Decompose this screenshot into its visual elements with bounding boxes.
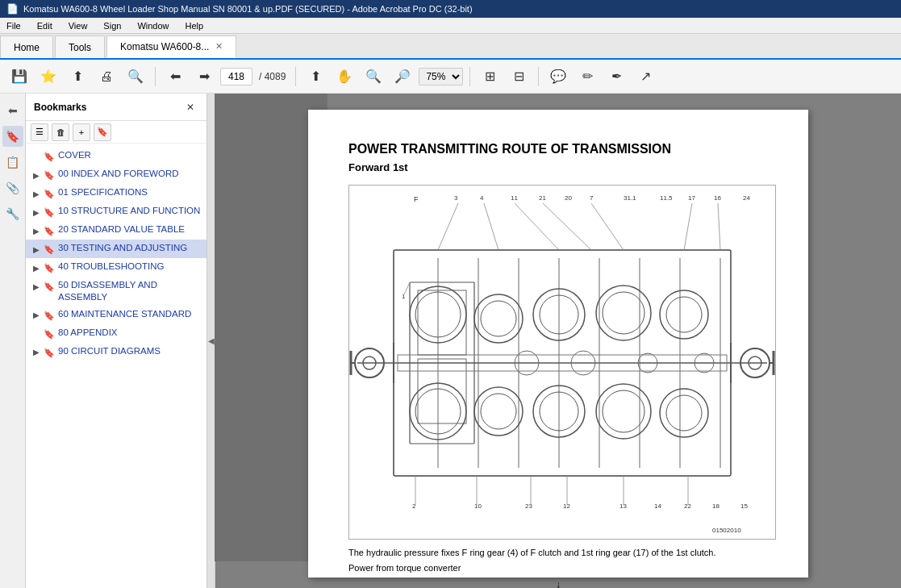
menu-help[interactable]: Help — [182, 19, 207, 32]
pdf-caption2: Power from torque converter — [348, 563, 768, 573]
tab-tools[interactable]: Tools — [55, 35, 105, 58]
bookmark-30[interactable]: ▶ 🔖 30 TESTING AND ADJUSTING — [26, 240, 206, 258]
bookmark-00[interactable]: ▶ 🔖 00 INDEX AND FOREWORD — [26, 165, 206, 184]
bookmark-50[interactable]: ▶ 🔖 50 DISASSEMBLY AND ASSEMBLY — [26, 277, 206, 306]
bookmark-60[interactable]: ▶ 🔖 60 MAINTENANCE STANDARD — [26, 306, 206, 324]
bookmark-icon-50: 🔖 — [44, 280, 55, 293]
bookmarks-panel: Bookmarks ✕ ☰ 🗑 + 🔖 🔖 COVER ▶ 🔖 00 INDEX… — [26, 94, 207, 588]
expand-90[interactable]: ▶ — [31, 346, 42, 359]
bookmarks-close-button[interactable]: ✕ — [182, 99, 198, 115]
bookmarks-list[interactable]: 🔖 COVER ▶ 🔖 00 INDEX AND FOREWORD ▶ 🔖 01… — [26, 144, 206, 588]
bookmark-80[interactable]: 🔖 80 APPENDIX — [26, 324, 206, 343]
svg-text:16: 16 — [714, 194, 721, 202]
expand-60[interactable]: ▶ — [31, 309, 42, 322]
tab-close-button[interactable]: ✕ — [215, 41, 223, 52]
tab-home[interactable]: Home — [0, 35, 53, 58]
bookmark-label-30: 30 TESTING AND ADJUSTING — [58, 242, 202, 254]
bookmark-label-90: 90 CIRCUIT DIAGRAMS — [58, 345, 202, 357]
pdf-area[interactable]: POWER TRANSMITTING ROUTE OF TRANSMISSION… — [215, 94, 901, 588]
bookmark-20[interactable]: ▶ 🔖 20 STANDARD VALUE TABLE — [26, 221, 206, 240]
search-button[interactable]: 🔍 — [123, 65, 148, 89]
main-area: ⬅ 🔖 📋 📎 🔧 Bookmarks ✕ ☰ 🗑 + 🔖 🔖 COVER — [0, 94, 901, 588]
bookmark-01[interactable]: ▶ 🔖 01 SPECIFICATIONS — [26, 184, 206, 202]
fit-page-button[interactable]: ⊞ — [477, 65, 503, 89]
bookmark-button[interactable]: ⭐ — [35, 65, 61, 89]
sidebar-icon-pages[interactable]: 📋 — [2, 152, 23, 173]
page-number-input[interactable] — [220, 68, 252, 85]
zoom-in-button[interactable]: 🔎 — [390, 65, 415, 89]
expand-40[interactable]: ▶ — [31, 261, 42, 274]
svg-text:4: 4 — [480, 194, 484, 202]
svg-text:18: 18 — [712, 503, 720, 510]
sidebar-icon-bookmarks[interactable]: 🔖 — [2, 126, 23, 147]
sidebar-icon-tools2[interactable]: 🔧 — [2, 203, 23, 224]
bookmarks-view-btn[interactable]: ☰ — [31, 123, 48, 141]
expand-30[interactable]: ▶ — [31, 243, 42, 256]
tab-bar: Home Tools Komatsu WA600-8... ✕ — [0, 34, 901, 60]
svg-text:01502010: 01502010 — [712, 527, 741, 534]
bookmark-90[interactable]: ▶ 🔖 90 CIRCUIT DIAGRAMS — [26, 343, 206, 361]
expand-20[interactable]: ▶ — [31, 224, 42, 237]
bookmarks-search-btn[interactable]: 🔖 — [94, 123, 111, 141]
highlight-button[interactable]: ✏ — [574, 65, 600, 89]
bookmark-40[interactable]: ▶ 🔖 40 TROUBLESHOOTING — [26, 258, 206, 277]
expand-50[interactable]: ▶ — [31, 280, 42, 293]
svg-text:11.5: 11.5 — [660, 194, 673, 202]
bookmark-icon-00: 🔖 — [44, 169, 55, 181]
menu-file[interactable]: File — [3, 19, 24, 32]
print-button[interactable]: 🖨 — [94, 65, 119, 89]
hand-tool-button[interactable]: ✋ — [332, 65, 357, 89]
svg-text:17: 17 — [688, 194, 695, 202]
expand-00[interactable]: ▶ — [31, 169, 42, 181]
bookmark-icon-60: 🔖 — [44, 309, 55, 322]
page-total: / 4089 — [259, 71, 286, 82]
menu-view[interactable]: View — [65, 19, 91, 32]
zoom-select[interactable]: 75% — [419, 68, 463, 85]
svg-rect-0 — [349, 186, 775, 539]
svg-text:24: 24 — [743, 194, 750, 202]
bookmarks-add-btn[interactable]: + — [73, 123, 90, 141]
menu-sign[interactable]: Sign — [100, 19, 124, 32]
bookmark-label-00: 00 INDEX AND FOREWORD — [58, 168, 202, 180]
pdf-diagram-box: F 3 4 11 21 20 7 31.1 11.5 17 16 24 — [348, 185, 776, 540]
sidebar-icon-attachments[interactable]: 📎 — [2, 177, 23, 198]
bookmark-label-20: 20 STANDARD VALUE TABLE — [58, 223, 202, 236]
fit-width-button[interactable]: ⊟ — [506, 65, 532, 89]
upload-button[interactable]: ⬆ — [65, 65, 90, 89]
prev-page-button[interactable]: ⬅ — [162, 65, 188, 89]
expand-80 — [31, 327, 42, 340]
pdf-page: POWER TRANSMITTING ROUTE OF TRANSMISSION… — [308, 110, 808, 578]
expand-01[interactable]: ▶ — [31, 187, 42, 200]
title-bar-text: Komatsu WA600-8 Wheel Loader Shop Manual… — [23, 4, 473, 14]
bookmark-label-40: 40 TROUBLESHOOTING — [58, 261, 202, 273]
save-button[interactable]: 💾 — [6, 65, 32, 89]
zoom-out-button[interactable]: 🔍 — [361, 65, 386, 89]
expand-10[interactable]: ▶ — [31, 206, 42, 219]
comment-button[interactable]: 💬 — [545, 65, 571, 89]
bookmark-icon-80: 🔖 — [44, 327, 55, 340]
svg-text:7: 7 — [590, 194, 594, 202]
share-button[interactable]: ↗ — [632, 65, 658, 89]
bookmark-cover[interactable]: 🔖 COVER — [26, 147, 206, 165]
svg-text:31.1: 31.1 — [624, 194, 636, 202]
bookmark-label-60: 60 MAINTENANCE STANDARD — [58, 308, 202, 320]
bookmarks-delete-btn[interactable]: 🗑 — [52, 123, 69, 141]
bookmark-label-cover: COVER — [58, 149, 202, 161]
bookmark-icon-40: 🔖 — [44, 261, 55, 274]
svg-text:11: 11 — [511, 194, 518, 202]
draw-button[interactable]: ✒ — [603, 65, 629, 89]
bookmark-icon-cover: 🔖 — [44, 150, 55, 163]
tab-document[interactable]: Komatsu WA600-8... ✕ — [106, 35, 236, 58]
svg-text:1: 1 — [402, 293, 406, 300]
cursor-tool-button[interactable]: ⬆ — [302, 65, 328, 89]
bookmarks-header: Bookmarks ✕ — [26, 94, 206, 121]
sidebar-icon-nav[interactable]: ⬅ — [2, 100, 23, 121]
next-page-button[interactable]: ➡ — [191, 65, 217, 89]
svg-text:23: 23 — [525, 503, 532, 510]
svg-text:20: 20 — [565, 194, 572, 202]
sidebar-icons: ⬅ 🔖 📋 📎 🔧 — [0, 94, 26, 588]
svg-text:F: F — [414, 195, 419, 203]
menu-window[interactable]: Window — [134, 19, 172, 32]
bookmark-10[interactable]: ▶ 🔖 10 STRUCTURE AND FUNCTION — [26, 202, 206, 221]
menu-edit[interactable]: Edit — [34, 19, 56, 32]
